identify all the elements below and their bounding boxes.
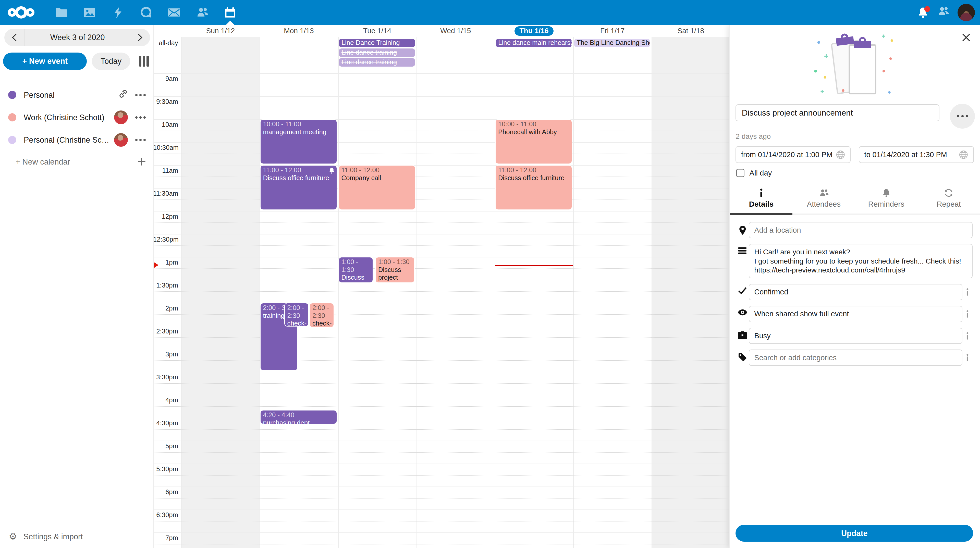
app-icon-row <box>48 0 244 25</box>
timezone-globe-icon[interactable] <box>959 150 968 159</box>
week-view-icon[interactable] <box>139 56 149 67</box>
today-button[interactable]: Today <box>92 52 130 70</box>
status-info-icon[interactable] <box>963 288 972 296</box>
busy-select[interactable] <box>749 328 963 344</box>
calendar-event[interactable]: 2:00 - 2:30check-in <box>284 303 309 327</box>
time-label: 3pm <box>153 351 178 358</box>
event-title: Discuss office furniture <box>498 174 570 182</box>
close-icon[interactable] <box>961 32 972 43</box>
end-datetime-field[interactable]: to 01/14/2020 at 1:30 PM <box>859 146 974 163</box>
app-talk-icon[interactable] <box>132 0 160 25</box>
allday-event[interactable]: Line dance training <box>339 58 415 67</box>
day-header: Wed 1/15 <box>417 25 495 37</box>
tab-attendees[interactable]: Attendees <box>792 185 855 214</box>
allday-event[interactable]: The Big Line Dancing Show <box>574 39 650 47</box>
shared-by-avatar <box>114 110 128 124</box>
calendar-item-work-christine[interactable]: Work (Christine Schott) <box>0 106 153 129</box>
app-files-icon[interactable] <box>48 0 76 25</box>
all-day-label: All day <box>749 168 772 177</box>
busy-info-icon[interactable] <box>963 332 972 340</box>
calendar-event[interactable]: 1:00 - 1:30Discuss project <box>375 257 415 283</box>
next-week-button[interactable] <box>130 29 150 46</box>
week-label[interactable]: Week 3 of 2020 <box>25 33 130 42</box>
location-input[interactable] <box>749 222 973 238</box>
event-time: 4:20 - 4:40 <box>263 411 334 419</box>
status-select[interactable] <box>749 284 963 300</box>
app-calendar-icon[interactable] <box>216 0 244 25</box>
tab-repeat[interactable]: Repeat <box>918 185 980 214</box>
status-row <box>736 284 973 300</box>
event-time: 10:00 - 11:00 <box>498 120 570 128</box>
allday-event[interactable]: Line Dance Training <box>339 39 415 47</box>
user-avatar[interactable] <box>958 4 975 21</box>
allday-event[interactable]: Line dance training <box>339 48 415 57</box>
app-activity-icon[interactable] <box>104 0 132 25</box>
day-header: Sat 1/18 <box>652 25 730 37</box>
calendar-event[interactable]: 11:00 - 12:00Discuss office furniture <box>495 165 572 210</box>
app-contacts-icon[interactable] <box>188 0 216 25</box>
current-time-arrow-icon <box>154 262 159 268</box>
day-header: Thu 1/16 <box>495 25 573 37</box>
update-button[interactable]: Update <box>735 525 973 542</box>
calendar-event[interactable]: 10:00 - 11:00management meeting <box>260 119 337 164</box>
share-link-icon[interactable] <box>118 89 128 101</box>
visibility-info-icon[interactable] <box>963 310 972 318</box>
all-day-checkbox[interactable] <box>736 169 745 177</box>
notifications-bell-icon[interactable] <box>916 6 930 19</box>
time-label: 4:30pm <box>153 419 178 427</box>
visibility-select[interactable] <box>749 306 963 322</box>
time-label: 12pm <box>153 213 178 220</box>
title-row <box>735 104 975 129</box>
calendar-event[interactable]: 10:00 - 11:00Phonecall with Abby <box>495 119 572 164</box>
eye-icon <box>736 309 749 316</box>
settings-import-button[interactable]: ⚙ Settings & import <box>0 526 92 548</box>
tab-reminders[interactable]: Reminders <box>855 185 918 214</box>
categories-info-icon[interactable] <box>963 354 972 361</box>
contacts-menu-icon[interactable] <box>938 6 950 19</box>
day-header: Fri 1/17 <box>573 25 652 37</box>
previous-week-button[interactable] <box>4 29 24 46</box>
notification-dot <box>924 6 930 12</box>
time-label: 6:30pm <box>153 511 178 519</box>
calendar-event[interactable]: 1:00 - 1:30Discuss project announcement <box>339 257 373 283</box>
tab-details[interactable]: Details <box>730 185 792 214</box>
time-label: 4pm <box>153 397 178 404</box>
timezone-globe-icon[interactable] <box>836 150 845 159</box>
top-bar <box>0 0 980 25</box>
gear-icon: ⚙ <box>9 532 17 542</box>
new-calendar-button[interactable]: + New calendar <box>0 151 153 172</box>
calendar-actions-icon[interactable] <box>134 115 147 120</box>
calendar-event[interactable]: 11:00 - 12:00Discuss office furniture <box>260 165 337 210</box>
event-time: 11:00 - 12:00 <box>263 166 334 174</box>
nextcloud-logo-icon[interactable] <box>7 4 35 23</box>
time-label: 1:30pm <box>153 282 178 289</box>
calendar-actions-icon[interactable] <box>134 138 147 142</box>
app-mail-icon[interactable] <box>160 0 188 25</box>
calendar-event[interactable]: 4:20 - 4:40purchasing dept <box>260 410 337 424</box>
calendar-event[interactable]: 11:00 - 12:00Company call <box>339 165 415 210</box>
event-more-actions-button[interactable] <box>950 104 975 129</box>
event-title-input[interactable] <box>735 104 939 121</box>
categories-input[interactable] <box>749 349 963 366</box>
calendar-name: Personal <box>24 91 115 100</box>
new-event-button[interactable]: + New event <box>3 52 87 70</box>
allday-event[interactable]: Line dance main rehearsal <box>496 39 572 47</box>
event-time: 1:00 - 1:30 <box>342 258 370 273</box>
event-time: 10:00 - 11:00 <box>263 120 334 128</box>
time-grid[interactable]: 9am9:30am10am10:30am11am11:30am12pm12:30… <box>153 73 730 548</box>
date-range-row: from 01/14/2020 at 1:00 PM to 01/14/2020… <box>735 146 974 163</box>
description-textarea[interactable]: Hi Carl! are you in next week? I got som… <box>749 244 973 278</box>
calendar-actions-icon[interactable] <box>134 93 147 97</box>
calendar-item-personal[interactable]: Personal <box>0 84 153 106</box>
calendar-event[interactable]: 2:00 - 2:30check-in <box>309 303 334 328</box>
time-label: 7pm <box>153 534 178 542</box>
week-navigation: Week 3 of 2020 <box>4 29 150 46</box>
calendar-name: Work (Christine Schott) <box>24 113 110 122</box>
visibility-row <box>736 306 973 322</box>
start-datetime-field[interactable]: from 01/14/2020 at 1:00 PM <box>735 146 851 163</box>
location-row <box>736 222 973 238</box>
time-label: 5:30pm <box>153 465 178 473</box>
all-day-checkbox-row: All day <box>736 168 980 177</box>
app-photos-icon[interactable] <box>76 0 103 25</box>
calendar-item-personal-christine[interactable]: Personal (Christine Schott) <box>0 129 153 151</box>
